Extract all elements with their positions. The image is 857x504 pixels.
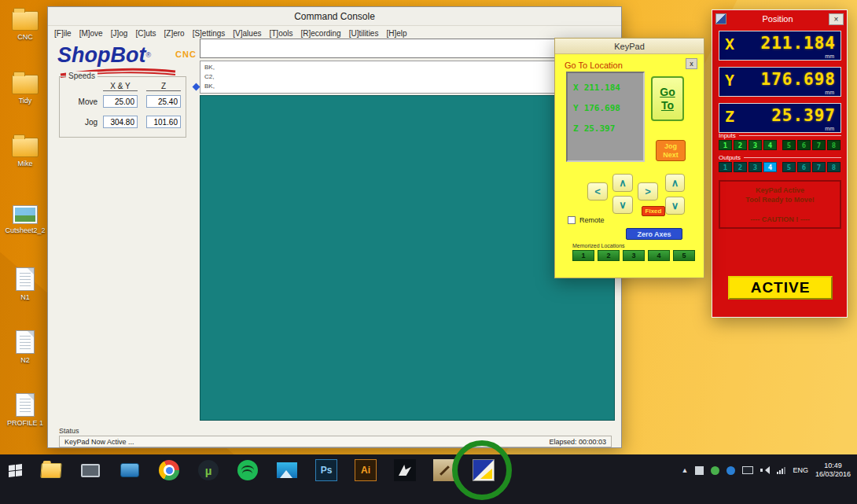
menu-cuts[interactable]: [C]uts: [135, 29, 156, 38]
jog-next-button[interactable]: Jog Next: [656, 140, 686, 161]
taskbar-spotify[interactable]: [236, 458, 259, 482]
taskbar-photos[interactable]: [275, 458, 299, 482]
arrow-left-button[interactable]: <: [587, 182, 608, 200]
cnc-workspace-canvas: [200, 95, 615, 421]
input-led-2: 2: [734, 140, 747, 150]
arrow-up-button[interactable]: ∧: [612, 174, 633, 192]
memorized-location-5-button[interactable]: 5: [673, 250, 695, 261]
document-icon: [16, 267, 35, 291]
language-indicator[interactable]: ENG: [793, 466, 808, 474]
axis-value: 25.397: [771, 106, 836, 125]
tray-date: 16/03/2016: [815, 470, 851, 479]
taskbar-cam-app[interactable]: [393, 458, 417, 482]
axis-label: X: [725, 35, 734, 53]
position-app-icon: [715, 13, 726, 24]
axis-label: Z: [573, 123, 579, 134]
axis-value: 211.184: [760, 34, 836, 53]
media-app-icon: [120, 463, 139, 477]
menu-zero[interactable]: [Z]ero: [164, 29, 185, 38]
menu-recording[interactable]: [R]ecording: [300, 29, 340, 38]
taskbar-system-monitor[interactable]: [79, 458, 102, 482]
desktop-icon-n1[interactable]: N1: [1, 267, 50, 301]
memorized-locations-label: Memorized Locations: [572, 243, 625, 248]
memorized-location-2-button[interactable]: 2: [598, 250, 620, 261]
caution-panel: KeyPad Active Tool Ready to Move! ---- C…: [719, 180, 841, 229]
speeds-group: Speeds X & Y Z Move Jog: [59, 76, 186, 138]
output-led-8: 8: [827, 162, 840, 172]
hidden-icons-arrow-icon[interactable]: ▲: [682, 466, 689, 474]
status-bar: KeyPad Now Active ... Elapsed: 00:00:03: [59, 436, 612, 447]
taskbar-illustrator[interactable]: Ai: [354, 458, 377, 482]
window-title: KeyPad: [614, 42, 645, 51]
desktop-icon-profile1[interactable]: PROFILE 1: [1, 393, 50, 427]
network-icon[interactable]: [777, 466, 785, 474]
console-title-bar[interactable]: Command Console: [48, 7, 621, 26]
close-icon[interactable]: x: [686, 58, 697, 69]
keypad-title-bar[interactable]: KeyPad: [555, 39, 704, 54]
taskbar-file-explorer[interactable]: [39, 458, 63, 482]
zero-axes-button[interactable]: Zero Axes: [626, 228, 682, 240]
move-xy-input[interactable]: [103, 95, 138, 108]
memorized-location-3-button[interactable]: 3: [623, 250, 645, 261]
fixed-button[interactable]: Fixed: [642, 206, 665, 216]
input-led-6: 6: [797, 140, 811, 150]
remote-checkbox[interactable]: [568, 216, 576, 224]
grid-icon[interactable]: [695, 466, 704, 475]
outputs-label: Outputs: [719, 154, 841, 161]
blue-status-icon[interactable]: [726, 466, 735, 475]
axis-unit: mm: [825, 126, 834, 131]
taskbar-editor-app[interactable]: [432, 458, 456, 482]
axis-label: X: [573, 83, 579, 93]
command-input[interactable]: [200, 39, 615, 58]
arrow-down-button[interactable]: ∨: [612, 196, 633, 214]
memorized-location-1-button[interactable]: 1: [572, 250, 594, 261]
desktop-icon-cutsheet[interactable]: Cutsheet2_2: [1, 205, 50, 234]
close-icon[interactable]: ×: [829, 13, 844, 25]
chrome-icon: [159, 460, 179, 480]
jog-z-input[interactable]: [146, 116, 181, 128]
monitor-icon[interactable]: [742, 466, 753, 474]
desktop-icon-tidy[interactable]: Tidy: [1, 75, 50, 105]
taskbar: µ Ps Ai ▲ ENG 10:49 16/03/: [0, 454, 857, 504]
taskbar-chrome[interactable]: [157, 458, 181, 482]
desktop-icon-cnc[interactable]: CNC: [1, 11, 50, 41]
menu-settings[interactable]: [S]ettings: [193, 29, 226, 38]
move-z-input[interactable]: [146, 95, 181, 108]
go-to-button[interactable]: Go To: [651, 76, 684, 121]
desktop-icon-n2[interactable]: N2: [1, 330, 50, 364]
clock[interactable]: 10:49 16/03/2016: [815, 462, 851, 479]
active-button[interactable]: ACTIVE: [728, 276, 833, 300]
keypad-body: Go To Location x X 211.184 Y 176.698 Z 2…: [555, 54, 704, 278]
file-explorer-icon: [40, 463, 61, 478]
menu-tools[interactable]: [T]ools: [269, 29, 292, 38]
memorized-location-4-button[interactable]: 4: [648, 250, 670, 261]
menu-move[interactable]: [M]ove: [79, 29, 103, 38]
arrow-right-button[interactable]: >: [638, 182, 658, 200]
editor-app-icon: [433, 459, 455, 481]
menu-utilities[interactable]: [U]tilities: [349, 29, 379, 38]
desktop: CNC Tidy Mike Cutsheet2_2 N1 N2 PROFILE …: [0, 0, 857, 504]
command-console-window: Command Console [F]ile [M]ove [J]og [C]u…: [47, 6, 622, 448]
z-up-button[interactable]: ∧: [665, 174, 685, 192]
menu-file[interactable]: [F]ile: [54, 29, 72, 38]
green-status-icon[interactable]: [711, 466, 719, 475]
output-led-7: 7: [812, 162, 826, 172]
menu-help[interactable]: [H]elp: [386, 29, 406, 38]
z-down-button[interactable]: ∨: [665, 197, 685, 215]
jog-xy-input[interactable]: [103, 116, 138, 128]
position-title-bar[interactable]: Position ×: [712, 10, 847, 28]
command-output-list[interactable]: BK, C2, BK,: [200, 61, 615, 94]
start-button[interactable]: [0, 454, 30, 486]
system-tray: ▲ ENG 10:49 16/03/2016: [682, 454, 857, 486]
taskbar-media-app[interactable]: [118, 458, 142, 482]
menu-values[interactable]: [V]alues: [233, 29, 261, 38]
taskbar-utorrent[interactable]: µ: [197, 458, 220, 482]
jog-next-line1: Jog: [664, 142, 677, 151]
menu-jog[interactable]: [J]og: [111, 29, 128, 38]
taskbar-shopbot[interactable]: [472, 458, 495, 482]
taskbar-photoshop[interactable]: Ps: [314, 458, 338, 482]
document-icon: [16, 330, 35, 354]
desktop-icon-mike[interactable]: Mike: [1, 138, 50, 167]
illustrator-icon: Ai: [355, 459, 377, 481]
volume-icon[interactable]: [760, 465, 770, 475]
